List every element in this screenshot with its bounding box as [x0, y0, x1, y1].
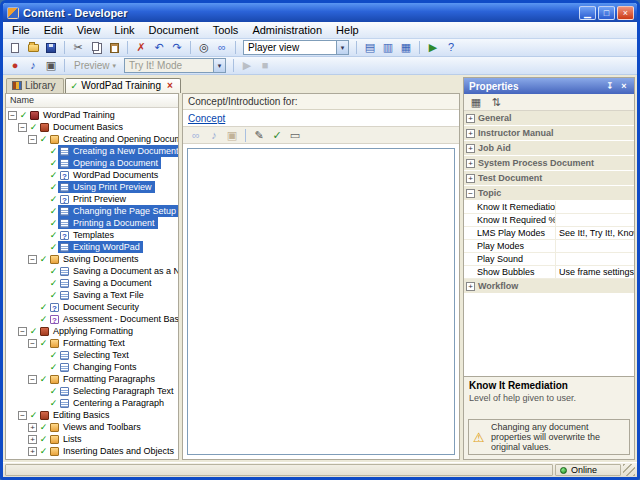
tree-item-body[interactable]: Lists	[48, 433, 85, 445]
property-category[interactable]: +Job Aid	[464, 141, 634, 156]
tree-item-body[interactable]: Inserting Dates and Objects	[48, 445, 177, 457]
spellcheck-icon[interactable]: ✓	[268, 127, 286, 143]
insert-image-icon[interactable]: ▣	[223, 127, 241, 143]
collapse-toggle-icon[interactable]: −	[18, 411, 27, 420]
resize-grip[interactable]	[623, 464, 635, 476]
find-icon[interactable]: ◎	[195, 40, 213, 56]
paste-icon[interactable]	[105, 40, 123, 56]
expand-toggle-icon[interactable]: +	[28, 447, 37, 456]
tree-item[interactable]: ✓Creating a New Document	[6, 145, 178, 157]
collapse-toggle-icon[interactable]: −	[18, 327, 27, 336]
tree-item[interactable]: −✓Formatting Paragraphs	[6, 373, 178, 385]
tree-item-body[interactable]: WordPad Training	[28, 109, 118, 121]
record-topic-icon[interactable]: ●	[6, 58, 24, 74]
screenshot-icon[interactable]: ▣	[42, 58, 60, 74]
menu-view[interactable]: View	[70, 22, 108, 38]
start-preview-icon[interactable]: ▶	[424, 40, 442, 56]
tree-item[interactable]: ✓Selecting Paragraph Text	[6, 385, 178, 397]
menu-help[interactable]: Help	[329, 22, 366, 38]
minimize-button[interactable]: ▁	[579, 6, 596, 20]
expand-icon[interactable]: +	[466, 159, 475, 168]
properties-close-icon[interactable]: ×	[617, 81, 631, 91]
tree-item[interactable]: ✓Printing a Document	[6, 217, 178, 229]
tree-item-body[interactable]: Selecting Paragraph Text	[58, 385, 176, 397]
property-category[interactable]: +Instructor Manual	[464, 126, 634, 141]
tree-item[interactable]: −✓Creating and Opening Documents	[6, 133, 178, 145]
tree-item-body[interactable]: Changing the Page Setup	[58, 205, 178, 217]
tree-item[interactable]: ✓Print Preview	[6, 193, 178, 205]
tree-item-body[interactable]: Creating a New Document	[58, 145, 178, 157]
property-value[interactable]	[556, 214, 634, 227]
expand-icon[interactable]: +	[466, 144, 475, 153]
tree-item[interactable]: −✓Document Basics	[6, 121, 178, 133]
tree-item-body[interactable]: Document Basics	[38, 121, 126, 133]
collapse-icon[interactable]: −	[466, 189, 475, 198]
tree-item-body[interactable]: Opening a Document	[58, 157, 161, 169]
property-value[interactable]: Use frame settings	[556, 266, 634, 279]
tree-item-body[interactable]: Saving Documents	[48, 253, 142, 265]
tree-item-body[interactable]: Assessment - Document Basics	[48, 313, 178, 325]
pin-icon[interactable]: ↧	[603, 81, 617, 91]
tree-item[interactable]: ✓Saving a Document as a New File	[6, 265, 178, 277]
tree-item[interactable]: ✓Changing Fonts	[6, 361, 178, 373]
tree-item-body[interactable]: Changing Fonts	[58, 361, 140, 373]
tree-item-body[interactable]: Printing a Document	[58, 217, 158, 229]
property-value[interactable]: See It!, Try It!, Know It?	[556, 227, 634, 240]
tree-item-body[interactable]: Document Security	[48, 301, 142, 313]
grid-view-icon[interactable]: ▦	[397, 40, 415, 56]
tree-item-body[interactable]: Centering a Paragraph	[58, 397, 167, 409]
title-bar[interactable]: Content - Developer ▁ □ ×	[3, 3, 637, 22]
play-mode-select[interactable]: Try It! Mode▾	[124, 58, 226, 73]
tree-item[interactable]: +✓Lists	[6, 433, 178, 445]
menu-document[interactable]: Document	[142, 22, 206, 38]
property-value[interactable]	[556, 201, 634, 214]
concept-canvas[interactable]	[187, 148, 455, 455]
tree-item-body[interactable]: Formatting Paragraphs	[48, 373, 158, 385]
sound-recording-icon[interactable]: ♪	[24, 58, 42, 74]
comment-icon[interactable]: ▭	[286, 127, 304, 143]
expand-toggle-icon[interactable]: +	[28, 423, 37, 432]
tree-item-body[interactable]: WordPad Documents	[58, 169, 161, 181]
menu-tools[interactable]: Tools	[206, 22, 246, 38]
property-row[interactable]: Play Modes	[464, 240, 634, 253]
tree-item-body[interactable]: Applying Formatting	[38, 325, 136, 337]
insert-sound-icon[interactable]: ♪	[205, 127, 223, 143]
alphabetical-icon[interactable]: ⇅	[487, 94, 505, 110]
dropdown-arrow-icon[interactable]: ▾	[213, 59, 225, 72]
delete-icon[interactable]: ✗	[132, 40, 150, 56]
tree-item[interactable]: ✓Saving a Text File	[6, 289, 178, 301]
collapse-toggle-icon[interactable]: −	[28, 375, 37, 384]
property-row[interactable]: Play Sound	[464, 253, 634, 266]
tree-item[interactable]: −✓Editing Basics	[6, 409, 178, 421]
tree-item[interactable]: ✓Templates	[6, 229, 178, 241]
tab-wordpad-training[interactable]: ✓ WordPad Training ×	[65, 78, 181, 93]
open-icon[interactable]	[24, 40, 42, 56]
tree-item-body[interactable]: Saving a Document as a New File	[58, 265, 178, 277]
property-category[interactable]: +Workflow	[464, 279, 634, 294]
save-icon[interactable]	[42, 40, 60, 56]
menu-edit[interactable]: Edit	[37, 22, 70, 38]
expand-icon[interactable]: +	[466, 282, 475, 291]
tree-item[interactable]: ✓Saving a Document	[6, 277, 178, 289]
cut-icon[interactable]: ✂	[69, 40, 87, 56]
insert-link-icon[interactable]: ∞	[187, 127, 205, 143]
tree-item[interactable]: ✓Using Print Preview	[6, 181, 178, 193]
menu-link[interactable]: Link	[107, 22, 141, 38]
property-category[interactable]: −Topic	[464, 186, 634, 201]
property-category[interactable]: +General	[464, 111, 634, 126]
concept-link[interactable]: Concept	[188, 113, 459, 124]
collapse-toggle-icon[interactable]: −	[8, 111, 17, 120]
edit-icon[interactable]: ✎	[250, 127, 268, 143]
close-button[interactable]: ×	[617, 6, 634, 20]
tree-item[interactable]: ✓WordPad Documents	[6, 169, 178, 181]
tree-item-body[interactable]: Print Preview	[58, 193, 129, 205]
maximize-button[interactable]: □	[598, 6, 615, 20]
tree-item-body[interactable]: Views and Toolbars	[48, 421, 144, 433]
property-value[interactable]	[556, 253, 634, 266]
tree-item[interactable]: ✓Document Security	[6, 301, 178, 313]
tree-item[interactable]: ✓Selecting Text	[6, 349, 178, 361]
split-view-icon[interactable]: ▥	[379, 40, 397, 56]
tree-item[interactable]: ✓Changing the Page Setup	[6, 205, 178, 217]
player-view-select[interactable]: Player view▾	[243, 40, 349, 55]
tree-item[interactable]: −✓Formatting Text	[6, 337, 178, 349]
